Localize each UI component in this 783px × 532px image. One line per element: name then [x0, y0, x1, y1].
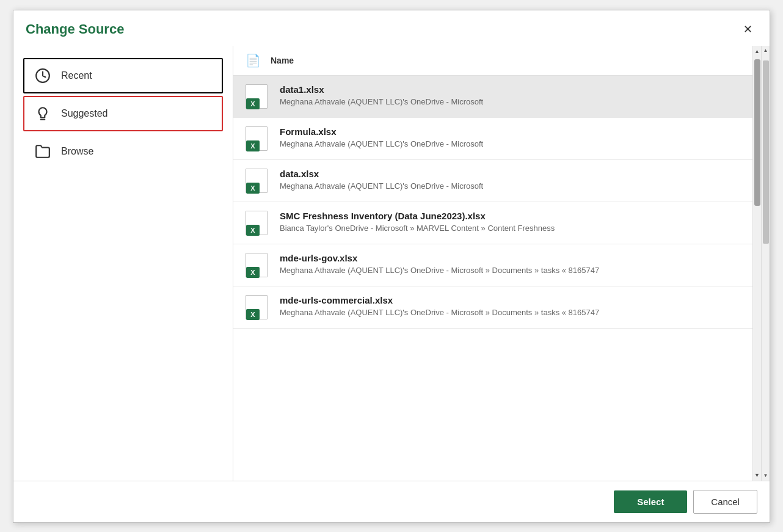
excel-file-icon: X [246, 253, 268, 277]
file-item[interactable]: X mde-urls-commercial.xlsx Meghana Athav… [233, 286, 761, 329]
file-info: SMC Freshness Inventory (Data June2023).… [280, 211, 749, 233]
sidebar: Recent Suggested Browse [13, 46, 233, 481]
file-info: mde-urls-gov.xlsx Meghana Athavale (AQUE… [280, 253, 749, 275]
outer-scroll-up[interactable]: ▲ [762, 46, 770, 56]
scrollbar-track: ▲ ▼ [752, 46, 761, 481]
file-name: Formula.xlsx [280, 126, 749, 137]
dialog-header: Change Source ✕ [13, 10, 770, 46]
close-button[interactable]: ✕ [738, 20, 757, 38]
file-info: mde-urls-commercial.xlsx Meghana Athaval… [280, 295, 749, 317]
file-item[interactable]: X data1.xlsx Meghana Athavale (AQUENT LL… [233, 76, 761, 118]
excel-icon-wrapper: X [246, 126, 270, 151]
file-list-header: 📄 Name [233, 46, 761, 76]
sidebar-browse-label: Browse [61, 146, 93, 157]
file-list-header-name: Name [271, 56, 294, 65]
content-area: 📄 Name X data1.xlsx Meghana Athavale (AQ… [233, 46, 761, 481]
file-list: X data1.xlsx Meghana Athavale (AQUENT LL… [233, 76, 761, 329]
file-name: mde-urls-gov.xlsx [280, 253, 749, 263]
file-info: data1.xlsx Meghana Athavale (AQUENT LLC)… [280, 84, 749, 106]
excel-file-icon: X [246, 211, 268, 235]
file-list-container: 📄 Name X data1.xlsx Meghana Athavale (AQ… [233, 46, 761, 481]
outer-scroll-thumb[interactable] [763, 60, 769, 244]
file-item[interactable]: X Formula.xlsx Meghana Athavale (AQUENT … [233, 118, 761, 160]
dialog-footer: Select Cancel [13, 481, 770, 522]
sidebar-item-browse[interactable]: Browse [23, 134, 223, 169]
file-item[interactable]: X data.xlsx Meghana Athavale (AQUENT LLC… [233, 160, 761, 202]
excel-file-icon: X [246, 295, 268, 319]
sidebar-recent-label: Recent [61, 70, 92, 81]
sidebar-item-recent[interactable]: Recent [23, 58, 223, 93]
file-name: data.xlsx [280, 169, 749, 179]
dialog-title: Change Source [26, 21, 124, 37]
excel-icon-wrapper: X [246, 211, 270, 235]
folder-icon [34, 144, 51, 159]
dialog-body: Recent Suggested Browse [13, 46, 770, 481]
clock-icon [34, 68, 51, 84]
select-button[interactable]: Select [614, 490, 687, 513]
file-info: data.xlsx Meghana Athavale (AQUENT LLC)'… [280, 169, 749, 191]
cancel-button[interactable]: Cancel [693, 490, 757, 514]
excel-badge: X [246, 309, 260, 320]
change-source-dialog: Change Source ✕ Recent [13, 10, 770, 523]
sidebar-item-suggested[interactable]: Suggested [23, 96, 223, 131]
document-icon: 📄 [246, 53, 261, 68]
scrollbar-thumb[interactable] [754, 59, 760, 206]
file-path: Meghana Athavale (AQUENT LLC)'s OneDrive… [280, 139, 749, 148]
sidebar-suggested-label: Suggested [61, 108, 108, 119]
outer-scrollbar: ▲ ▼ [761, 46, 770, 481]
excel-icon-wrapper: X [246, 295, 270, 319]
file-name: data1.xlsx [280, 84, 749, 95]
excel-badge: X [246, 140, 260, 151]
file-item[interactable]: X mde-urls-gov.xlsx Meghana Athavale (AQ… [233, 244, 761, 286]
file-path: Meghana Athavale (AQUENT LLC)'s OneDrive… [280, 266, 749, 275]
excel-icon-wrapper: X [246, 253, 270, 277]
excel-badge: X [246, 267, 260, 278]
excel-file-icon: X [246, 126, 268, 151]
file-path: Meghana Athavale (AQUENT LLC)'s OneDrive… [280, 181, 749, 191]
outer-scroll-down[interactable]: ▼ [762, 471, 770, 481]
file-name: mde-urls-commercial.xlsx [280, 295, 749, 305]
excel-file-icon: X [246, 169, 268, 193]
excel-icon-wrapper: X [246, 84, 270, 109]
scroll-down-arrow[interactable]: ▼ [754, 470, 760, 481]
excel-badge: X [246, 225, 260, 236]
file-path: Meghana Athavale (AQUENT LLC)'s OneDrive… [280, 308, 749, 317]
file-info: Formula.xlsx Meghana Athavale (AQUENT LL… [280, 126, 749, 148]
excel-file-icon: X [246, 84, 268, 109]
file-item[interactable]: X SMC Freshness Inventory (Data June2023… [233, 202, 761, 244]
file-name: SMC Freshness Inventory (Data June2023).… [280, 211, 749, 221]
file-path: Meghana Athavale (AQUENT LLC)'s OneDrive… [280, 97, 749, 106]
bulb-icon [34, 106, 51, 122]
excel-badge: X [246, 98, 260, 109]
file-path: Bianca Taylor's OneDrive - Microsoft » M… [280, 224, 749, 233]
scroll-up-arrow[interactable]: ▲ [754, 46, 760, 57]
excel-icon-wrapper: X [246, 169, 270, 193]
excel-badge: X [246, 183, 260, 194]
